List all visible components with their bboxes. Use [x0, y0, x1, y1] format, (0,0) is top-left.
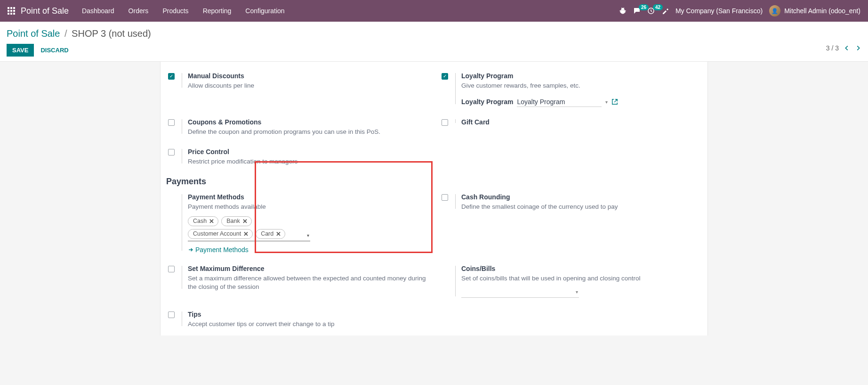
gift-card-checkbox[interactable] [442, 119, 448, 126]
loyalty-program-input[interactable]: Loyalty Program [517, 97, 602, 107]
payment-methods-desc: Payment methods available [188, 203, 426, 212]
tag-bank: Bank✕ [221, 216, 252, 226]
price-control-title: Price Control [188, 148, 426, 156]
main: Manual Discounts Allow discounts per lin… [0, 62, 868, 336]
remove-tag-cash[interactable]: ✕ [209, 218, 214, 225]
nav-products[interactable]: Products [162, 7, 188, 15]
apps-icon[interactable] [8, 7, 15, 15]
avatar: 👤 [769, 5, 780, 16]
remove-tag-card[interactable]: ✕ [276, 230, 281, 238]
coins-bills-title: Coins/Bills [461, 265, 700, 272]
tags-caret-icon[interactable]: ▾ [307, 233, 309, 238]
nav-dashboard[interactable]: Dashboard [82, 7, 114, 15]
svg-rect-6 [8, 13, 9, 15]
tools-icon[interactable] [661, 7, 669, 15]
tag-customer-account: Customer Account✕ [188, 229, 253, 239]
manual-discounts-desc: Allow discounts per line [188, 82, 426, 90]
coupons-title: Coupons & Promotions [188, 118, 426, 126]
payments-section-title: Payments [161, 175, 707, 190]
set-max-diff-checkbox[interactable] [168, 266, 175, 272]
control-panel: Point of Sale / SHOP 3 (not used) SAVE D… [0, 22, 868, 62]
breadcrumb: Point of Sale / SHOP 3 (not used) [7, 28, 151, 39]
main-nav: Dashboard Orders Products Reporting Conf… [82, 7, 285, 15]
svg-rect-5 [13, 10, 15, 12]
form-sheet: Manual Discounts Allow discounts per lin… [160, 62, 708, 336]
topbar-right: 26 42 My Company (San Francisco) 👤 Mitch… [619, 5, 860, 16]
coins-bills-input[interactable] [461, 288, 579, 298]
pager-text: 3 / 3 [826, 44, 839, 52]
svg-rect-8 [13, 13, 15, 15]
coupons-desc: Define the coupon and promotion programs… [188, 128, 426, 137]
gift-card-title: Gift Card [461, 118, 700, 126]
nav-reporting[interactable]: Reporting [203, 7, 232, 15]
external-link-icon[interactable] [611, 98, 618, 105]
save-button[interactable]: SAVE [7, 44, 34, 57]
nav-configuration[interactable]: Configuration [245, 7, 284, 15]
svg-rect-7 [10, 13, 12, 15]
manual-discounts-checkbox[interactable] [168, 73, 175, 80]
user-menu[interactable]: 👤 Mitchell Admin (odoo_ent) [769, 5, 860, 16]
nav-orders[interactable]: Orders [129, 7, 149, 15]
manual-discounts-title: Manual Discounts [188, 72, 426, 80]
messages-icon[interactable]: 26 [633, 7, 641, 15]
breadcrumb-current: SHOP 3 (not used) [72, 28, 151, 39]
svg-rect-4 [10, 10, 12, 12]
svg-rect-3 [8, 10, 9, 12]
tag-card: Card✕ [256, 229, 285, 239]
remove-tag-customer-account[interactable]: ✕ [243, 230, 249, 238]
tips-title: Tips [188, 311, 426, 318]
cash-rounding-checkbox[interactable] [442, 194, 448, 201]
pager: 3 / 3 [826, 44, 861, 52]
cash-rounding-title: Cash Rounding [461, 193, 700, 201]
breadcrumb-sep: / [64, 28, 67, 39]
pager-next[interactable] [855, 45, 861, 51]
discard-button[interactable]: DISCARD [40, 47, 68, 54]
set-max-diff-desc: Set a maximum difference allowed between… [188, 274, 426, 292]
payment-methods-tags[interactable]: Cash✕ Bank✕ Customer Account✕ Card✕ ▾ [188, 216, 310, 241]
loyalty-program-sublabel: Loyalty Program [461, 98, 513, 106]
coupons-checkbox[interactable] [168, 119, 175, 126]
loyalty-program-title: Loyalty Program [461, 72, 700, 80]
svg-rect-0 [8, 7, 9, 9]
tips-desc: Accept customer tips or convert their ch… [188, 320, 426, 329]
remove-tag-bank[interactable]: ✕ [242, 218, 248, 225]
payment-methods-link[interactable]: Payment Methods [188, 246, 426, 254]
svg-rect-2 [13, 7, 15, 9]
loyalty-program-checkbox[interactable] [442, 73, 448, 80]
cash-rounding-desc: Define the smallest coinage of the curre… [461, 203, 700, 212]
pager-prev[interactable] [844, 45, 850, 51]
brand-title[interactable]: Point of Sale [21, 6, 69, 16]
tips-checkbox[interactable] [168, 311, 175, 318]
payment-methods-title: Payment Methods [188, 193, 426, 201]
loyalty-program-desc: Give customer rewards, free samples, etc… [461, 82, 700, 90]
user-name: Mitchell Admin (odoo_ent) [784, 7, 860, 15]
tag-cash: Cash✕ [188, 216, 218, 226]
price-control-desc: Restrict price modification to managers [188, 157, 426, 166]
set-max-diff-title: Set Maximum Difference [188, 265, 426, 272]
company-name[interactable]: My Company (San Francisco) [675, 7, 763, 15]
price-control-checkbox[interactable] [168, 149, 175, 156]
coins-bills-desc: Set of coins/bills that will be used in … [461, 274, 700, 283]
caret-down-icon[interactable]: ▾ [605, 99, 608, 105]
topbar: Point of Sale Dashboard Orders Products … [0, 0, 868, 22]
debug-icon[interactable] [619, 7, 627, 15]
form-actions: SAVE DISCARD [7, 44, 69, 57]
activities-icon[interactable]: 42 [647, 7, 655, 15]
svg-rect-1 [10, 7, 12, 9]
breadcrumb-root[interactable]: Point of Sale [7, 28, 60, 39]
